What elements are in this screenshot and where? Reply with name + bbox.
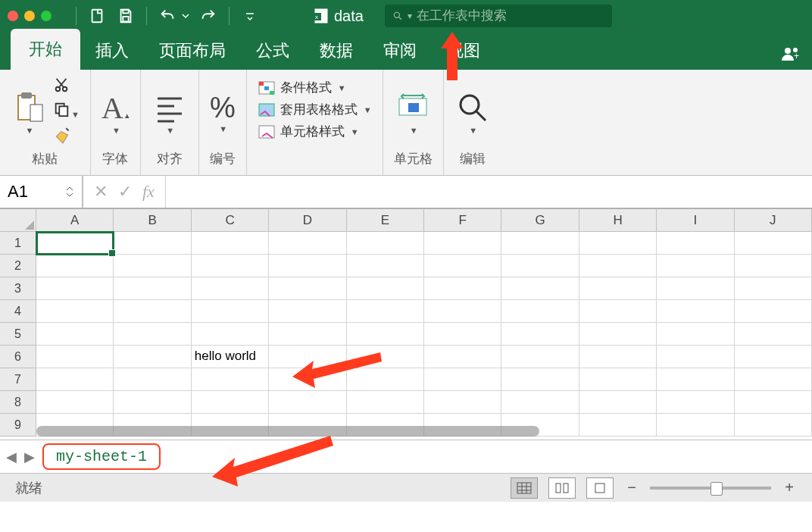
cell-B5[interactable]: [114, 323, 191, 346]
sheet-nav-prev-icon[interactable]: ◀: [6, 449, 17, 465]
cell-A3[interactable]: [36, 277, 114, 300]
col-header-D[interactable]: D: [269, 209, 346, 232]
zoom-out-button[interactable]: −: [624, 479, 639, 496]
cell-E5[interactable]: [347, 323, 424, 346]
cell-J6[interactable]: [735, 346, 812, 368]
cell-F4[interactable]: [424, 300, 501, 323]
customize-qat-icon[interactable]: [239, 5, 261, 27]
col-header-F[interactable]: F: [424, 209, 501, 232]
cell-J2[interactable]: [735, 255, 812, 277]
cell-I7[interactable]: [657, 368, 734, 391]
tab-data[interactable]: 数据: [304, 32, 368, 70]
cell-J3[interactable]: [735, 277, 812, 300]
cut-icon[interactable]: [53, 77, 80, 96]
cancel-formula-icon[interactable]: ✕: [94, 182, 108, 202]
cell-F1[interactable]: [424, 232, 501, 255]
select-all-corner[interactable]: [0, 209, 36, 232]
conditional-formatting-button[interactable]: 条件格式▼: [258, 79, 372, 96]
cell-F7[interactable]: [424, 368, 501, 391]
row-header-6[interactable]: 6: [0, 346, 36, 368]
cell-B6[interactable]: [114, 346, 191, 368]
zoom-slider[interactable]: [650, 487, 771, 490]
cell-D5[interactable]: [269, 323, 346, 346]
cell-J7[interactable]: [735, 368, 812, 391]
view-normal-icon[interactable]: [511, 477, 538, 499]
tab-page-layout[interactable]: 页面布局: [144, 32, 241, 70]
cells-button[interactable]: ▼: [395, 89, 431, 135]
cell-I8[interactable]: [657, 391, 734, 414]
cell-G7[interactable]: [501, 368, 579, 391]
view-page-layout-icon[interactable]: [548, 477, 576, 499]
col-header-C[interactable]: C: [192, 209, 269, 232]
format-painter-icon[interactable]: [53, 125, 80, 148]
row-header-9[interactable]: 9: [0, 414, 36, 437]
cell-G4[interactable]: [501, 300, 579, 323]
undo-dropdown-icon[interactable]: [180, 5, 191, 27]
col-header-I[interactable]: I: [657, 209, 734, 232]
cell-J5[interactable]: [735, 323, 812, 346]
formula-input[interactable]: [166, 176, 812, 208]
column-headers[interactable]: ABCDEFGHIJ: [36, 209, 812, 232]
zoom-in-button[interactable]: +: [782, 479, 797, 496]
alignment-button[interactable]: ▼: [151, 89, 188, 135]
cell-E1[interactable]: [347, 232, 424, 255]
cell-C6[interactable]: hello world: [192, 346, 269, 368]
cell-F6[interactable]: [424, 346, 501, 368]
minimize-window-button[interactable]: [24, 11, 35, 21]
cell-C4[interactable]: [192, 300, 269, 323]
cell-B2[interactable]: [114, 255, 191, 277]
cell-A2[interactable]: [36, 255, 114, 277]
cell-C2[interactable]: [192, 255, 269, 277]
cell-E3[interactable]: [347, 277, 424, 300]
cell-J9[interactable]: [735, 414, 812, 437]
cell-H1[interactable]: [579, 232, 657, 255]
cell-E2[interactable]: [347, 255, 424, 277]
share-button[interactable]: +: [770, 39, 812, 70]
cell-H9[interactable]: [579, 414, 657, 437]
name-box[interactable]: A1: [0, 176, 83, 208]
cell-B1[interactable]: [114, 232, 191, 255]
cell-F2[interactable]: [424, 255, 501, 277]
row-header-1[interactable]: 1: [0, 232, 36, 255]
row-header-8[interactable]: 8: [0, 391, 36, 414]
paste-button[interactable]: ▼: [11, 89, 47, 135]
cell-I9[interactable]: [657, 414, 734, 437]
cell-H7[interactable]: [579, 368, 657, 391]
cell-A5[interactable]: [36, 323, 114, 346]
tab-view[interactable]: 视图: [432, 32, 495, 70]
cell-E8[interactable]: [347, 391, 424, 414]
cell-I4[interactable]: [657, 300, 734, 323]
cell-G6[interactable]: [501, 346, 579, 368]
number-format-button[interactable]: % ▼: [210, 92, 236, 133]
undo-icon[interactable]: [156, 5, 179, 27]
format-as-table-button[interactable]: 套用表格格式▼: [258, 101, 372, 118]
cell-I5[interactable]: [657, 323, 734, 346]
cell-A4[interactable]: [36, 300, 114, 323]
row-header-3[interactable]: 3: [0, 277, 36, 300]
sheet-nav-next-icon[interactable]: ▶: [24, 449, 35, 465]
save-icon[interactable]: [114, 5, 137, 27]
col-header-G[interactable]: G: [501, 209, 579, 232]
cell-H8[interactable]: [579, 391, 657, 414]
tab-home[interactable]: 开始: [11, 29, 80, 70]
new-file-icon[interactable]: [86, 5, 108, 27]
col-header-A[interactable]: A: [36, 209, 114, 232]
maximize-window-button[interactable]: [41, 11, 52, 21]
cell-D2[interactable]: [269, 255, 346, 277]
cell-G1[interactable]: [501, 232, 579, 255]
cell-H2[interactable]: [579, 255, 657, 277]
cell-A6[interactable]: [36, 346, 114, 368]
cell-C1[interactable]: [192, 232, 269, 255]
cell-A8[interactable]: [36, 391, 114, 414]
row-header-2[interactable]: 2: [0, 255, 36, 277]
cell-E6[interactable]: [347, 346, 424, 368]
cell-D8[interactable]: [269, 391, 346, 414]
cell-I6[interactable]: [657, 346, 734, 368]
cell-C8[interactable]: [192, 391, 269, 414]
fx-icon[interactable]: fx: [142, 182, 155, 202]
cell-D1[interactable]: [269, 232, 346, 255]
cell-H6[interactable]: [579, 346, 657, 368]
cell-A7[interactable]: [36, 368, 114, 391]
editing-button[interactable]: ▼: [454, 89, 491, 135]
row-header-7[interactable]: 7: [0, 368, 36, 391]
